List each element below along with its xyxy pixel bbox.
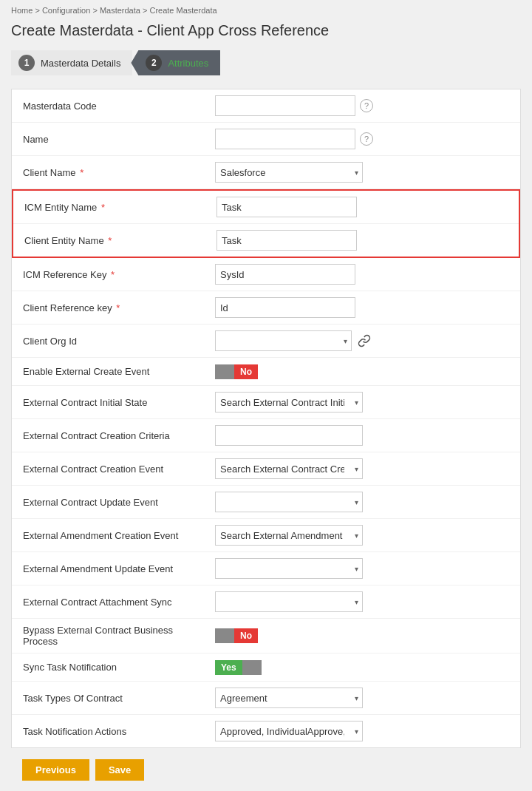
label-icm-reference-key: ICM Reference Key * — [23, 269, 215, 280]
breadcrumb-masterdata[interactable]: Masterdata — [100, 6, 140, 15]
footer-buttons: Previous Save — [11, 748, 521, 784]
toggle-sync-task-notification[interactable]: Yes — [215, 660, 262, 675]
control-task-types-of-contract: Agreement — [215, 688, 509, 708]
row-enable-external-create-event: Enable External Create Event No — [12, 358, 520, 386]
control-icm-reference-key — [215, 264, 509, 285]
label-external-contract-initial-state: External Contract Initial State — [23, 397, 215, 408]
input-external-contract-creation-criteria[interactable] — [215, 425, 363, 446]
label-client-reference-key: Client Reference key * — [23, 302, 215, 313]
link-icon-client-org-id[interactable] — [356, 333, 372, 349]
tab-number-1: 1 — [18, 55, 35, 71]
row-sync-task-notification: Sync Task Notification Yes — [12, 653, 520, 682]
label-external-amendment-update-event: External Amendment Update Event — [23, 563, 215, 574]
row-name: Name ? — [12, 123, 520, 156]
label-sync-task-notification: Sync Task Notification — [23, 662, 215, 673]
row-external-contract-initial-state: External Contract Initial State Search E… — [12, 386, 520, 419]
row-bypass-external-contract-business-process: Bypass External Contract Business Proces… — [12, 619, 520, 653]
toggle-enable-external-create-event[interactable]: No — [215, 364, 258, 379]
input-icm-entity-name[interactable] — [216, 197, 357, 217]
toggle-right-bypass: No — [234, 628, 258, 643]
label-name: Name — [23, 134, 215, 145]
control-client-name: Salesforce — [215, 162, 509, 183]
row-client-reference-key: Client Reference key * — [12, 291, 520, 325]
control-sync-task-notification: Yes — [215, 660, 509, 675]
input-name[interactable] — [215, 129, 355, 149]
toggle-left-enable-external — [215, 364, 234, 379]
row-external-contract-attachment-sync: External Contract Attachment Sync — [12, 585, 520, 619]
toggle-bypass-external[interactable]: No — [215, 628, 258, 643]
row-masterdata-code: Masterdata Code ? — [12, 89, 520, 123]
label-icm-entity-name: ICM Entity Name * — [24, 202, 216, 213]
control-external-contract-initial-state: Search External Contract Initial S — [215, 392, 509, 413]
toggle-right-enable-external: No — [234, 364, 258, 379]
select-external-contract-attachment-sync[interactable] — [215, 591, 363, 612]
row-external-contract-creation-criteria: External Contract Creation Criteria — [12, 419, 520, 452]
breadcrumb-home[interactable]: Home — [11, 6, 33, 15]
tab-label-attributes: Attributes — [168, 58, 208, 69]
previous-button[interactable]: Previous — [22, 759, 89, 781]
row-external-contract-update-event: External Contract Update Event — [12, 486, 520, 519]
row-external-amendment-update-event: External Amendment Update Event — [12, 552, 520, 585]
page-title: Create Masterdata - Client App Cross Ref… — [11, 22, 521, 39]
control-enable-external-create-event: No — [215, 364, 509, 379]
help-icon-masterdata-code[interactable]: ? — [360, 99, 373, 112]
label-external-contract-attachment-sync: External Contract Attachment Sync — [23, 597, 215, 608]
select-client-name[interactable]: Salesforce — [215, 162, 363, 183]
control-task-notification-actions: Approved, IndividualApprove, L... — [215, 721, 509, 741]
control-external-contract-update-event — [215, 492, 509, 512]
tab-number-2: 2 — [146, 55, 162, 71]
tab-label-masterdata-details: Masterdata Details — [41, 58, 120, 69]
row-client-entity-name: Client Entity Name * — [13, 224, 519, 257]
control-external-contract-creation-event: Search External Contract Creatio — [215, 458, 509, 479]
control-name: ? — [215, 129, 509, 149]
breadcrumb-configuration[interactable]: Configuration — [42, 6, 90, 15]
select-external-contract-update-event[interactable] — [215, 492, 363, 512]
label-task-types-of-contract: Task Types Of Contract — [23, 693, 215, 704]
row-icm-entity-name: ICM Entity Name * — [13, 191, 519, 224]
tab-masterdata-details[interactable]: 1 Masterdata Details — [11, 50, 132, 75]
input-icm-reference-key[interactable] — [215, 264, 355, 285]
label-client-org-id: Client Org Id — [23, 336, 215, 347]
label-client-name: Client Name * — [23, 167, 215, 178]
toggle-left-bypass — [215, 628, 234, 643]
tabs-row: 1 Masterdata Details 2 Attributes — [11, 50, 521, 75]
control-icm-entity-name — [216, 197, 508, 217]
select-external-contract-creation-event[interactable]: Search External Contract Creatio — [215, 458, 363, 479]
control-bypass-external-contract-business-process: No — [215, 628, 509, 643]
control-masterdata-code: ? — [215, 95, 509, 116]
label-external-amendment-creation-event: External Amendment Creation Event — [23, 530, 215, 541]
input-masterdata-code[interactable] — [215, 95, 355, 116]
save-button[interactable]: Save — [95, 759, 144, 781]
row-client-name: Client Name * Salesforce — [12, 156, 520, 189]
label-external-contract-creation-event: External Contract Creation Event — [23, 464, 215, 475]
select-task-notification-actions[interactable]: Approved, IndividualApprove, L... — [215, 721, 363, 741]
select-external-amendment-creation-event[interactable]: Search External Amendment Cre — [215, 525, 363, 546]
select-client-org-id[interactable] — [215, 330, 352, 351]
row-task-notification-actions: Task Notification Actions Approved, Indi… — [12, 715, 520, 747]
breadcrumb: Home > Configuration > Masterdata > Crea… — [11, 6, 521, 15]
select-external-contract-initial-state[interactable]: Search External Contract Initial S — [215, 392, 363, 413]
form-container: Masterdata Code ? Name ? Client Name * — [11, 89, 521, 748]
label-external-contract-update-event: External Contract Update Event — [23, 497, 215, 508]
toggle-right-sync-task — [242, 660, 262, 675]
select-external-amendment-update-event[interactable] — [215, 558, 363, 579]
input-client-entity-name[interactable] — [216, 230, 357, 251]
help-icon-name[interactable]: ? — [360, 132, 373, 146]
control-client-org-id — [215, 330, 509, 351]
control-external-amendment-creation-event: Search External Amendment Cre — [215, 525, 509, 546]
tab-attributes[interactable]: 2 Attributes — [131, 50, 220, 75]
label-enable-external-create-event: Enable External Create Event — [23, 366, 215, 377]
highlighted-entity-block: ICM Entity Name * Client Entity Name * — [12, 189, 520, 258]
select-task-types-of-contract[interactable]: Agreement — [215, 688, 363, 708]
control-external-amendment-update-event — [215, 558, 509, 579]
breadcrumb-create: Create Masterdata — [149, 6, 216, 15]
label-client-entity-name: Client Entity Name * — [24, 235, 216, 246]
control-external-contract-attachment-sync — [215, 591, 509, 612]
label-masterdata-code: Masterdata Code — [23, 101, 215, 112]
row-external-amendment-creation-event: External Amendment Creation Event Search… — [12, 519, 520, 552]
page-wrapper: Home > Configuration > Masterdata > Crea… — [0, 0, 532, 791]
input-client-reference-key[interactable] — [215, 297, 355, 318]
label-bypass-external-contract-business-process: Bypass External Contract Business Proces… — [23, 625, 215, 647]
row-icm-reference-key: ICM Reference Key * — [12, 258, 520, 291]
row-task-types-of-contract: Task Types Of Contract Agreement — [12, 682, 520, 715]
